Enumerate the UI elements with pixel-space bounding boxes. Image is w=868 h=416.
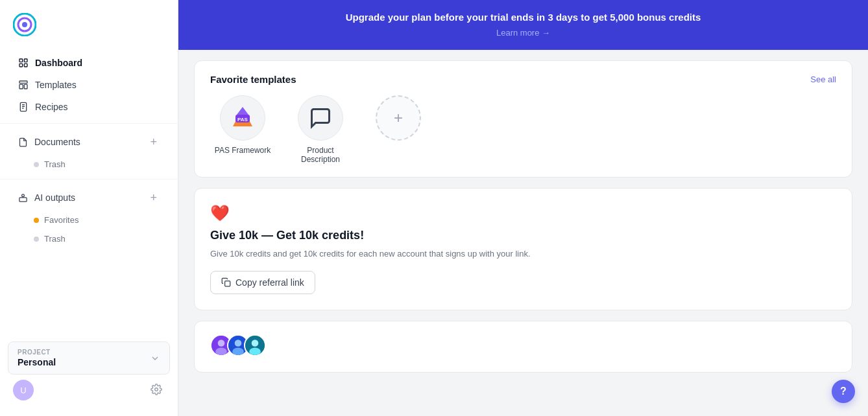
svg-rect-3 [19,59,23,62]
sidebar-item-doc-trash[interactable]: Trash [5,155,173,174]
documents-add-button[interactable]: + [147,135,160,149]
favorite-templates-header: Favorite templates See all [210,74,836,85]
svg-point-31 [249,347,261,355]
sidebar-item-ai-trash[interactable]: Trash [5,229,173,248]
sidebar-item-templates[interactable]: Templates [5,74,173,96]
content-area: Favorite templates See all PAS [178,50,868,383]
banner-learn-more-link[interactable]: Learn more → [496,28,550,38]
ai-favorites-label: Favorites [44,215,78,225]
avatar-row [210,334,836,356]
user-avatar[interactable]: U [13,380,34,400]
templates-icon [18,80,29,90]
sidebar-item-dashboard-label: Dashboard [35,58,82,68]
referral-card: ❤️ Give 10k — Get 10k credits! Give 10k … [194,188,852,310]
add-template-plus: + [394,110,403,126]
ai-favorites-dot [34,218,39,223]
svg-point-24 [218,340,225,347]
svg-rect-7 [19,81,27,83]
ai-outputs-section: AI outputs + Favorites Trash [0,182,178,251]
documents-section: Documents + Trash [0,126,178,176]
document-icon [18,137,28,147]
favorite-templates-card: Favorite templates See all PAS [194,60,852,178]
ai-outputs-add-button[interactable]: + [147,191,160,205]
template-item-product-desc[interactable]: Product Description [288,95,353,164]
ai-outputs-header-left: AI outputs [18,192,75,203]
avatar-3-img [245,334,265,356]
svg-rect-9 [24,84,27,89]
ai-trash-dot [34,237,39,242]
svg-rect-8 [19,84,23,89]
chevron-updown-icon [150,353,160,364]
referral-title: Give 10k — Get 10k credits! [210,229,836,242]
sidebar-item-dashboard[interactable]: Dashboard [5,52,173,74]
doc-trash-dot [34,162,39,167]
avatar-3 [244,334,266,356]
heart-icon: ❤️ [210,204,836,222]
sidebar-item-recipes[interactable]: Recipes [5,96,173,118]
ai-outputs-header: AI outputs + [5,185,173,211]
project-label: PROJECT [18,349,56,356]
svg-point-15 [22,194,25,196]
documents-label: Documents [34,137,80,147]
documents-header-left: Documents [18,137,80,147]
see-all-link[interactable]: See all [810,75,836,84]
sidebar: Dashboard Templates Recipes Documents + [0,0,178,416]
help-button[interactable]: ? [832,380,855,403]
dashboard-icon [18,58,29,68]
app-logo [13,13,36,36]
main-content: Upgrade your plan before your trial ends… [178,0,868,416]
svg-point-25 [215,347,227,355]
product-desc-icon-wrap [298,95,343,141]
sidebar-item-templates-label: Templates [35,80,77,90]
project-selector[interactable]: PROJECT Personal [8,341,170,375]
pas-icon-wrap: PAS [220,95,265,141]
sidebar-item-ai-favorites[interactable]: Favorites [5,211,173,229]
svg-point-2 [22,22,27,27]
product-desc-template-name: Product Description [288,146,353,164]
project-info: PROJECT Personal [18,349,56,367]
sidebar-footer: U [8,375,170,400]
settings-button[interactable] [148,381,165,400]
product-desc-icon [309,106,332,130]
bottom-card [194,321,852,373]
copy-icon [221,277,231,287]
documents-header: Documents + [5,129,173,155]
divider-2 [0,179,178,179]
pas-icon: PAS [228,103,258,133]
svg-point-28 [232,347,244,355]
upgrade-banner: Upgrade your plan before your trial ends… [178,0,868,50]
svg-point-17 [155,387,158,391]
svg-rect-5 [19,64,23,67]
logo-area [0,10,178,49]
favorite-templates-title: Favorite templates [210,74,296,85]
copy-referral-button[interactable]: Copy referral link [210,271,315,294]
banner-title: Upgrade your plan before your trial ends… [199,12,847,23]
copy-referral-label: Copy referral link [235,277,304,288]
svg-point-27 [235,340,242,347]
template-item-pas[interactable]: PAS PAS Framework [210,95,275,155]
pas-template-name: PAS Framework [215,146,271,155]
svg-rect-14 [19,197,27,201]
gear-icon [151,384,162,395]
svg-rect-6 [24,64,27,67]
svg-point-30 [252,340,259,347]
svg-rect-22 [225,281,230,286]
ai-outputs-label: AI outputs [34,192,75,203]
project-name: Personal [18,357,56,367]
sidebar-bottom: PROJECT Personal U [0,334,178,406]
template-item-add[interactable]: + [366,95,431,141]
sidebar-item-recipes-label: Recipes [35,102,68,112]
ai-icon [18,193,28,203]
doc-trash-label: Trash [44,159,66,169]
referral-description: Give 10k credits and get 10k credits for… [210,248,836,260]
add-template-icon-wrap: + [376,95,421,141]
svg-rect-4 [24,59,27,62]
nav-main: Dashboard Templates Recipes [0,49,178,121]
svg-text:PAS: PAS [237,117,248,122]
ai-trash-label: Trash [44,234,66,244]
recipes-icon [18,102,29,112]
templates-row: PAS PAS Framework Product Description [210,95,836,164]
divider-1 [0,123,178,124]
